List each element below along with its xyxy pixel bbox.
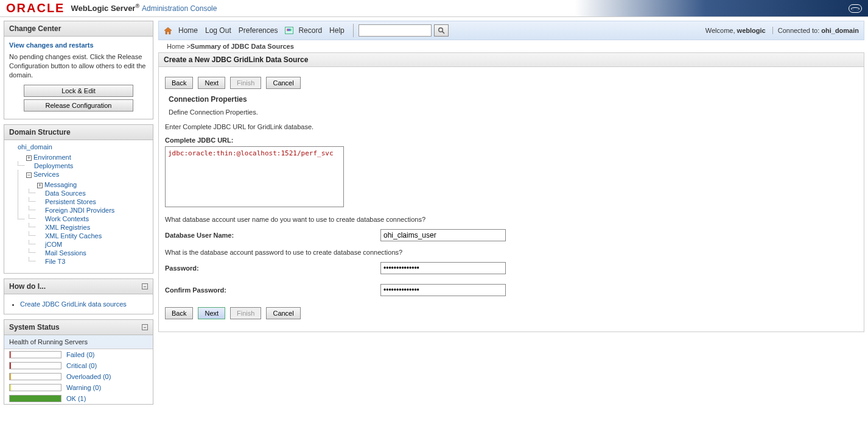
tree-data-sources[interactable]: Data Sources [45,190,86,197]
collapse-icon[interactable]: − [26,172,32,178]
health-subtitle: Health of Running Servers [4,335,153,349]
password-input[interactable] [380,262,506,274]
next-button[interactable]: Next [198,77,225,89]
expand-icon[interactable]: + [26,155,32,161]
tree-deployments[interactable]: Deployments [34,162,73,169]
home-icon[interactable] [164,27,172,35]
status-warning[interactable]: Warning (0) [66,384,101,391]
tree-jcom[interactable]: jCOM [45,241,62,248]
button-row-bottom: Back Next Finish Cancel [165,307,858,319]
tree-work-contexts[interactable]: Work Contexts [45,215,89,222]
status-bar-warning [9,384,61,391]
cancel-button-bottom[interactable]: Cancel [266,307,300,319]
expand-icon[interactable]: + [37,183,43,188]
tree-xml-registries[interactable]: XML Registries [45,224,90,231]
status-overloaded[interactable]: Overloaded (0) [66,373,111,380]
status-bar-overloaded [9,373,61,380]
tree-file-t3[interactable]: File T3 [45,258,65,265]
system-status-header: System Status – [4,320,153,335]
domain-tree-scroll[interactable]: ohi_domain +Environment Deployments −Ser… [4,140,153,273]
change-center-header: Change Center [4,21,153,37]
password-question: What is the database account password to… [165,249,858,256]
tree-xml-entity-caches[interactable]: XML Entity Caches [45,232,102,239]
oracle-logo: ORACLE [0,1,68,15]
status-bar-critical [9,362,61,369]
toolbar-separator [353,24,354,37]
breadcrumb-home[interactable]: Home [167,43,184,50]
jdbc-instruction: Enter Complete JDBC URL for GridLink dat… [165,123,858,130]
welcome-text: Welcome, weblogic Connected to: ohi_doma… [705,27,859,34]
username-label: Database User Name: [165,232,380,239]
cancel-button[interactable]: Cancel [266,77,300,89]
toolbar-home[interactable]: Home [178,26,198,35]
breadcrumb: Home >Summary of JDBC Data Sources [158,40,864,52]
tree-root[interactable]: ohi_domain [18,143,52,151]
jdbc-url-input[interactable]: jdbc:oracle:thin:@localhost:1521/perf_sv… [165,146,344,207]
console-label: Administration Console [142,4,217,13]
confirm-password-label: Confirm Password: [165,286,380,294]
button-row-top: Back Next Finish Cancel [165,77,858,89]
toolbar-preferences[interactable]: Preferences [239,26,278,35]
section-heading: Connection Properties [169,95,858,104]
password-label: Password: [165,264,380,272]
toolbar-record[interactable]: Record [298,26,322,35]
svg-point-0 [438,28,443,32]
finish-button-bottom: Finish [230,307,261,319]
status-bar-failed [9,351,61,358]
svg-line-1 [442,32,444,34]
jdbc-url-label: Complete JDBC URL: [165,136,858,144]
tree-persistent-stores[interactable]: Persistent Stores [45,198,96,205]
header-gradient [217,0,868,16]
minimize-icon[interactable]: – [142,324,148,330]
howdo-link-gridlink[interactable]: Create JDBC GridLink data sources [20,300,127,308]
product-name: WebLogic Server® [71,3,139,13]
back-button-bottom[interactable]: Back [165,307,193,319]
tree-environment[interactable]: Environment [33,154,71,161]
username-input[interactable] [380,229,506,241]
finish-button: Finish [230,77,261,89]
main-toolbar: Home Log Out Preferences Record Help Wel… [158,21,864,40]
form-title: Create a New JDBC GridLink Data Source [158,52,864,67]
next-button-bottom[interactable]: Next [198,307,225,319]
release-config-button[interactable]: Release Configuration [24,99,133,112]
tree-services[interactable]: Services [33,171,59,178]
search-icon [438,27,445,34]
change-center-panel: Change Center View changes and restarts … [4,21,153,119]
toolbar-help[interactable]: Help [329,26,345,35]
domain-structure-header: Domain Structure [4,125,153,140]
toolbar-logout[interactable]: Log Out [205,26,231,35]
search-input[interactable] [359,24,432,37]
howdo-panel: How do I... – Create JDBC GridLink data … [4,278,153,314]
lock-edit-button[interactable]: Lock & Edit [24,85,133,97]
search-button[interactable] [434,24,449,37]
view-changes-link[interactable]: View changes and restarts [9,41,148,49]
system-status-panel: System Status – Health of Running Server… [4,319,153,405]
username-question: What database account user name do you w… [165,216,858,223]
breadcrumb-current: Summary of JDBC Data Sources [191,43,294,50]
app-header: ORACLE WebLogic Server® Administration C… [0,0,868,17]
howdo-header: How do I... – [4,279,153,294]
status-bar-ok [9,395,61,402]
tree-mail-sessions[interactable]: Mail Sessions [45,249,86,257]
confirm-password-input[interactable] [380,284,506,296]
record-icon[interactable] [285,27,293,34]
tree-messaging[interactable]: Messaging [44,181,77,188]
domain-structure-panel: Domain Structure ohi_domain +Environment… [4,124,153,274]
help-orb-icon[interactable] [849,4,862,13]
status-critical[interactable]: Critical (0) [66,362,97,369]
tree-foreign-jndi[interactable]: Foreign JNDI Providers [45,207,114,214]
pending-changes-text: No pending changes exist. Click the Rele… [9,52,148,80]
back-button[interactable]: Back [165,77,193,89]
status-ok[interactable]: OK (1) [66,395,86,402]
minimize-icon[interactable]: – [142,283,148,289]
status-failed[interactable]: Failed (0) [66,351,94,358]
section-desc: Define Connection Properties. [169,108,858,116]
